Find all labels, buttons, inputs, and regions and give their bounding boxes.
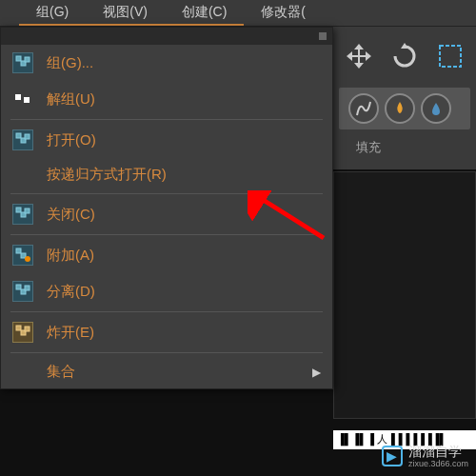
- ungroup-icon: [12, 89, 33, 109]
- curve-icon[interactable]: [348, 93, 379, 124]
- submenu-arrow-icon: ▶: [312, 366, 321, 379]
- svg-rect-17: [25, 286, 30, 290]
- svg-rect-8: [25, 134, 30, 139]
- menu-item-label: 分离(D): [47, 283, 95, 301]
- rotate-icon[interactable]: [388, 40, 421, 72]
- toolbar-panel: 填充: [333, 27, 476, 169]
- toolbar-row2: [339, 88, 470, 129]
- menu-item-label: 解组(U): [47, 90, 95, 109]
- watermark: ▶ 溜溜自学 zixue.3d66.com: [382, 444, 468, 468]
- menu-item-label: 按递归方式打开(R): [47, 166, 167, 184]
- separator: [10, 352, 323, 353]
- move-icon[interactable]: [343, 40, 375, 72]
- separator: [10, 119, 323, 120]
- watermark-url: zixue.3d66.com: [408, 459, 468, 468]
- select-rect-icon[interactable]: [434, 40, 466, 72]
- close-icon: [12, 204, 33, 225]
- detach-icon: [12, 281, 33, 302]
- menu-item-attach[interactable]: 附加(A): [1, 237, 332, 273]
- separator: [10, 311, 323, 312]
- menu-item-label: 打开(O): [47, 131, 96, 149]
- menu-view[interactable]: 视图(V): [86, 0, 165, 26]
- menu-item-label: 附加(A): [47, 247, 94, 265]
- explode-icon: [12, 322, 33, 343]
- viewport[interactable]: [333, 171, 476, 419]
- open-icon: [12, 129, 33, 150]
- attach-icon: [12, 245, 33, 266]
- svg-rect-6: [16, 133, 21, 138]
- menu-handle[interactable]: [319, 32, 327, 40]
- menu-item-label: 炸开(E): [47, 324, 94, 342]
- svg-rect-18: [16, 326, 21, 330]
- svg-rect-20: [25, 327, 30, 331]
- svg-point-14: [25, 256, 30, 262]
- svg-rect-0: [440, 46, 461, 67]
- svg-rect-3: [25, 57, 30, 62]
- menu-item-detach[interactable]: 分离(D): [1, 273, 332, 309]
- menu-item-open-recursive[interactable]: 按递归方式打开(R): [1, 158, 332, 191]
- menu-item-label: 集合: [47, 363, 75, 381]
- group-icon: [12, 52, 33, 73]
- menu-item-group[interactable]: 组(G)...: [1, 45, 332, 81]
- menu-item-ungroup[interactable]: 解组(U): [1, 81, 332, 117]
- menu-create[interactable]: 创建(C): [165, 0, 244, 26]
- flame-icon[interactable]: [385, 93, 415, 124]
- menu-item-open[interactable]: 打开(O): [1, 122, 332, 158]
- separator: [10, 193, 323, 194]
- svg-rect-12: [16, 248, 21, 253]
- fill-label: 填充: [333, 131, 476, 164]
- menu-item-label: 关闭(C): [47, 206, 95, 224]
- play-icon: ▶: [382, 446, 403, 466]
- svg-rect-11: [25, 208, 30, 213]
- dropdown-menu: 组(G)... 解组(U) 打开(O) 按递归方式打开(R) 关闭(C) 附加(…: [0, 27, 333, 389]
- menu-titlebar: [1, 28, 332, 45]
- droplet-icon[interactable]: [421, 93, 451, 124]
- menu-group[interactable]: 组(G): [19, 0, 86, 26]
- separator: [10, 234, 323, 235]
- menu-modifier[interactable]: 修改器(: [244, 0, 323, 26]
- svg-rect-13: [21, 253, 26, 258]
- svg-rect-9: [16, 208, 21, 212]
- toolbar-row1: [333, 27, 476, 86]
- svg-rect-4: [15, 94, 21, 100]
- menu-item-collection[interactable]: 集合 ▶: [1, 355, 332, 388]
- svg-rect-5: [24, 97, 30, 103]
- menu-item-explode[interactable]: 炸开(E): [1, 314, 332, 350]
- svg-rect-1: [16, 56, 21, 61]
- menu-item-close[interactable]: 关闭(C): [1, 196, 332, 232]
- menu-item-label: 组(G)...: [47, 54, 93, 72]
- svg-rect-15: [16, 285, 21, 289]
- menubar: 组(G) 视图(V) 创建(C) 修改器(: [0, 0, 476, 27]
